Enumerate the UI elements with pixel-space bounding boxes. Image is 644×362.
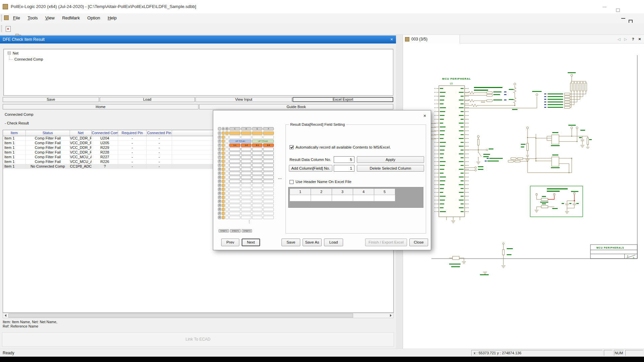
- home-button[interactable]: Home: [3, 104, 198, 109]
- grid-cell[interactable]: [222, 168, 225, 171]
- grid-cell[interactable]: [222, 160, 225, 163]
- prev-button[interactable]: Prev: [221, 239, 239, 246]
- grid-cell[interactable]: [222, 152, 225, 155]
- grid-cell[interactable]: [222, 188, 225, 191]
- preview-col-header[interactable]: 1: [290, 188, 311, 195]
- grid-cell[interactable]: [241, 131, 251, 135]
- grid-cell[interactable]: [252, 188, 262, 191]
- grid-cell[interactable]: [263, 204, 274, 207]
- grid-row-header[interactable]: 21: [218, 212, 221, 215]
- grid-up-title2-cell[interactable]: UP TITLE2: [252, 140, 274, 143]
- grid-cell[interactable]: [229, 212, 240, 215]
- grid-cell[interactable]: [252, 135, 262, 139]
- dialog-close-button[interactable]: Close: [409, 239, 428, 246]
- grid-row-header[interactable]: 4: [218, 144, 221, 147]
- grid-row-header[interactable]: 9: [218, 164, 221, 167]
- grid-row-header[interactable]: 10: [218, 168, 221, 171]
- grid-col-header[interactable]: F: [263, 127, 274, 130]
- grid-cell[interactable]: [225, 180, 229, 183]
- grid-cell[interactable]: [222, 204, 225, 207]
- grid-row-header[interactable]: 17: [218, 196, 221, 199]
- grid-row-header[interactable]: 19: [218, 204, 221, 207]
- view-input-button[interactable]: View Input: [195, 97, 292, 102]
- grid-cell[interactable]: [225, 184, 229, 187]
- grid-col-header[interactable]: D: [241, 127, 251, 130]
- grid-cell[interactable]: [241, 156, 251, 159]
- menu-redmark[interactable]: RedMark: [59, 13, 83, 23]
- grid-row-header[interactable]: 20: [218, 208, 221, 211]
- preview-col-header[interactable]: 4: [353, 188, 374, 195]
- grid-cell[interactable]: [229, 160, 240, 163]
- grid-cell[interactable]: [263, 200, 274, 203]
- preview-cell[interactable]: [332, 195, 353, 201]
- grid-cell[interactable]: [263, 180, 274, 183]
- grid-cell[interactable]: [252, 196, 262, 199]
- grid-cell[interactable]: [263, 160, 274, 163]
- grid-row-header[interactable]: 14: [218, 184, 221, 187]
- add-column-input[interactable]: [334, 165, 354, 172]
- col-header-net[interactable]: Net: [70, 130, 92, 136]
- grid-cell[interactable]: [241, 176, 251, 179]
- menu-tools[interactable]: Tools: [24, 13, 41, 23]
- toolbar-gripper[interactable]: [1, 25, 2, 32]
- grid-cell[interactable]: [241, 172, 251, 175]
- grid-cell[interactable]: [225, 176, 229, 179]
- dialog-save-button[interactable]: Save: [281, 239, 300, 246]
- grid-cell[interactable]: [252, 184, 262, 187]
- preview-cell[interactable]: [353, 195, 374, 201]
- grid-cell[interactable]: [225, 131, 229, 135]
- grid-cell[interactable]: [229, 135, 240, 139]
- grid-row-header[interactable]: 11: [218, 172, 221, 175]
- grid-cell[interactable]: [241, 152, 251, 155]
- grid-row-header[interactable]: 8: [218, 160, 221, 163]
- grid-cell[interactable]: [263, 196, 274, 199]
- grid-cell[interactable]: [241, 192, 251, 195]
- minimize-button[interactable]: [602, 5, 607, 9]
- grid-cell[interactable]: [252, 176, 262, 179]
- menu-help[interactable]: Help: [105, 13, 120, 23]
- grid-field-cell[interactable]: 2-1: [252, 144, 262, 147]
- preview-col-header[interactable]: 5: [374, 188, 395, 195]
- preview-cell[interactable]: [311, 195, 332, 201]
- grid-cell[interactable]: [252, 164, 262, 167]
- grid-row-header[interactable]: 3: [218, 140, 221, 143]
- grid-cell[interactable]: [225, 164, 229, 167]
- grid-cell[interactable]: [225, 196, 229, 199]
- grid-cell[interactable]: [263, 208, 274, 211]
- grid-cell[interactable]: [241, 196, 251, 199]
- scroll-right-icon[interactable]: [388, 313, 393, 318]
- grid-cell[interactable]: [252, 148, 262, 151]
- grid-cell[interactable]: [222, 164, 225, 167]
- grid-cell[interactable]: [263, 156, 274, 159]
- grid-col-header[interactable]: B: [225, 127, 229, 130]
- grid-cell[interactable]: [225, 208, 229, 211]
- grid-field-cell[interactable]: 1-1: [229, 144, 240, 147]
- grid-cell[interactable]: [225, 144, 229, 147]
- grid-cell[interactable]: [241, 180, 251, 183]
- grid-cell[interactable]: [229, 216, 240, 219]
- grid-cell[interactable]: [252, 168, 262, 171]
- delete-column-button[interactable]: Delete Selected Column: [357, 165, 424, 172]
- grid-cell[interactable]: [263, 172, 274, 175]
- link-to-ecad-button[interactable]: Link To ECAD: [2, 332, 394, 347]
- grid-cell[interactable]: [229, 196, 240, 199]
- tree-root-label[interactable]: Net: [13, 51, 18, 55]
- dialog-load-button[interactable]: Load: [324, 239, 343, 246]
- grid-cell[interactable]: [222, 212, 225, 215]
- grid-cell[interactable]: [263, 164, 274, 167]
- menu-view[interactable]: View: [42, 13, 58, 23]
- help-icon[interactable]: ?: [630, 35, 636, 43]
- menu-file[interactable]: File: [10, 13, 23, 23]
- grid-cell[interactable]: [222, 148, 225, 151]
- result-col-input[interactable]: [334, 156, 354, 163]
- grid-cell[interactable]: [222, 135, 225, 139]
- grid-cell[interactable]: [225, 192, 229, 195]
- grid-cell[interactable]: [222, 180, 225, 183]
- grid-cell[interactable]: [263, 176, 274, 179]
- finish-export-button[interactable]: Finish / Export Excel: [365, 239, 407, 246]
- grid-cell[interactable]: [241, 204, 251, 207]
- grid-cell[interactable]: [222, 196, 225, 199]
- mdi-minimize-button[interactable]: [621, 16, 626, 20]
- grid-cell[interactable]: [252, 208, 262, 211]
- grid-col-header[interactable]: C: [229, 127, 240, 130]
